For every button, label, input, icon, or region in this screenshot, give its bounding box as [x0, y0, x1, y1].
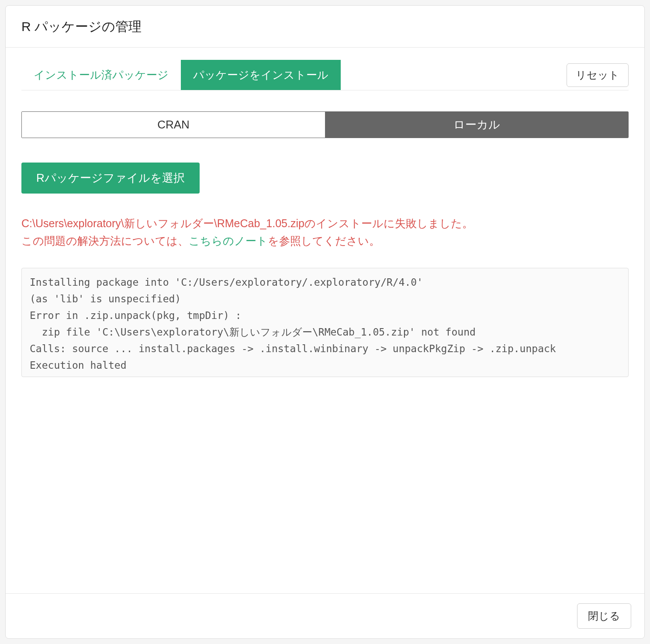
package-manager-modal: R パッケージの管理 インストール済パッケージ パッケージをインストール リセッ…	[5, 5, 645, 639]
reset-button[interactable]: リセット	[567, 63, 629, 87]
error-line-1: C:\Users\exploratory\新しいフォルダー\RMeCab_1.0…	[21, 215, 629, 232]
modal-header: R パッケージの管理	[6, 6, 644, 48]
select-package-file-button[interactable]: Rパッケージファイルを選択	[21, 163, 200, 194]
tab-row: インストール済パッケージ パッケージをインストール リセット	[21, 60, 629, 90]
close-button[interactable]: 閉じる	[577, 603, 631, 629]
error-help-link[interactable]: こちらのノート	[189, 235, 268, 247]
error-line-2: この問題の解決方法については、こちらのノートを参照してください。	[21, 232, 629, 249]
error-line-2-before: この問題の解決方法については、	[21, 235, 189, 247]
install-log[interactable]: Installing package into 'C:/Users/explor…	[21, 268, 629, 377]
modal-footer: 閉じる	[6, 593, 644, 638]
modal-title: R パッケージの管理	[21, 18, 629, 36]
source-cran-button[interactable]: CRAN	[22, 112, 325, 138]
modal-body: インストール済パッケージ パッケージをインストール リセット CRAN ローカル…	[6, 48, 644, 593]
error-line-2-after: を参照してください。	[268, 235, 380, 247]
source-toggle: CRAN ローカル	[21, 111, 629, 138]
tab-install-package[interactable]: パッケージをインストール	[181, 60, 341, 90]
source-local-button[interactable]: ローカル	[325, 112, 628, 138]
tab-installed-packages[interactable]: インストール済パッケージ	[21, 60, 181, 90]
error-message: C:\Users\exploratory\新しいフォルダー\RMeCab_1.0…	[21, 215, 629, 249]
